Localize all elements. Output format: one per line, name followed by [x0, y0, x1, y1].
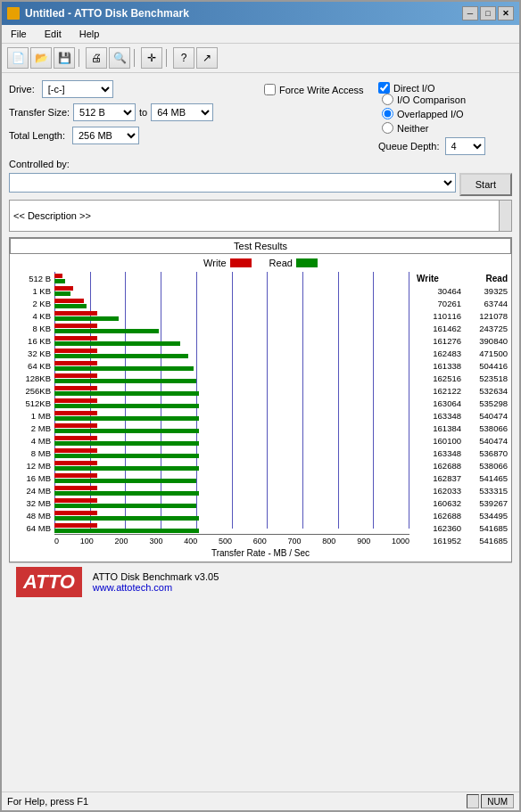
value-row: 161276390840 [409, 334, 508, 347]
description-text: << Description >> [13, 210, 91, 221]
menu-file[interactable]: File [5, 27, 32, 41]
write-bar [54, 436, 97, 440]
read-value: 532634 [463, 386, 508, 396]
length-label: Total Length: [9, 130, 65, 141]
bar-row [54, 284, 409, 297]
value-row: 163348536870 [409, 447, 508, 459]
row-label: 24 MB [13, 484, 54, 496]
maximize-button[interactable]: □ [480, 6, 496, 21]
transfer-from-select[interactable]: 512 B [73, 103, 136, 121]
read-value: 523518 [463, 373, 508, 383]
write-value: 162688 [417, 461, 461, 471]
drive-label: Drive: [9, 84, 35, 94]
new-button[interactable]: 📄 [7, 47, 29, 69]
write-bar [54, 299, 84, 303]
help-button[interactable]: ? [173, 47, 194, 69]
write-bar [54, 373, 97, 378]
bar-row [54, 359, 409, 372]
write-value: 161384 [417, 423, 461, 433]
write-value: 160632 [417, 498, 461, 508]
read-bar [54, 329, 159, 333]
close-button[interactable]: ✕ [498, 6, 514, 21]
io-comparison-radio[interactable] [382, 94, 393, 105]
transfer-label: Transfer Size: [9, 107, 70, 118]
bar-row [54, 334, 409, 347]
force-write-checkbox[interactable] [264, 84, 276, 95]
row-label: 8 KB [13, 322, 54, 334]
left-config: Drive: [-c-] Transfer Size: 512 B to 64 … [9, 80, 257, 155]
drive-row: Drive: [-c-] [9, 80, 257, 98]
write-value: 162516 [417, 373, 461, 383]
length-select[interactable]: 256 MB [72, 127, 139, 144]
x-axis-label: 700 [288, 537, 302, 545]
menu-help[interactable]: Help [74, 27, 105, 41]
write-bar [54, 486, 97, 490]
write-bar [54, 398, 97, 403]
legend-row: Write Read [13, 258, 508, 268]
overlapped-io-radio[interactable] [382, 108, 393, 119]
write-value: 161338 [417, 361, 461, 371]
read-bar [54, 479, 196, 483]
read-value: 390840 [463, 336, 508, 346]
preview-button[interactable]: 🔍 [109, 47, 130, 69]
chart-bars-wrapper: 01002003004005006007008009001000 [54, 272, 409, 546]
x-axis-labels: 01002003004005006007008009001000 [54, 534, 409, 545]
num-indicator: NUM [481, 794, 514, 808]
value-row: 162516523518 [409, 372, 508, 384]
read-value: 533315 [463, 486, 508, 496]
read-bar [54, 279, 65, 283]
neither-radio[interactable] [382, 122, 393, 134]
read-col-header: Read [486, 274, 508, 283]
middle-config: Force Write Access [264, 80, 371, 155]
read-bar [54, 529, 199, 533]
save-button[interactable]: 💾 [54, 47, 75, 69]
write-value: 162837 [417, 473, 461, 483]
atto-info: ATTO Disk Benchmark v3.05 www.attotech.c… [93, 571, 219, 593]
read-value: 504416 [463, 361, 508, 371]
row-label: 64 KB [13, 359, 54, 372]
value-row: 162033533315 [409, 484, 508, 496]
value-row: 162688534495 [409, 509, 508, 521]
value-row: 160100540474 [409, 434, 508, 447]
direct-io-label: Direct I/O [393, 83, 434, 94]
write-bar [54, 461, 97, 465]
read-value: 541685 [463, 536, 508, 545]
crosshair-button[interactable]: ✛ [141, 47, 162, 69]
start-button[interactable]: Start [459, 173, 512, 196]
row-labels: 512 B1 KB2 KB4 KB8 KB16 KB32 KB64 KB128K… [13, 272, 54, 546]
write-value: 161952 [417, 536, 461, 545]
controlled-select[interactable] [9, 173, 456, 193]
queue-depth-select[interactable]: 4 [445, 137, 485, 155]
row-label: 256KB [13, 384, 54, 397]
write-bar [54, 523, 97, 528]
bar-row [54, 409, 409, 422]
atto-url[interactable]: www.attotech.com [93, 582, 219, 593]
value-row: 162122532634 [409, 384, 508, 397]
bar-row [54, 322, 409, 334]
transfer-to-select[interactable]: 64 MB [151, 103, 213, 121]
write-value: 162033 [417, 486, 461, 496]
x-axis-label: 500 [219, 537, 232, 545]
x-axis-label: 600 [253, 537, 267, 545]
menu-edit[interactable]: Edit [39, 27, 67, 41]
open-button[interactable]: 📂 [30, 47, 52, 69]
description-scrollbar[interactable] [499, 201, 511, 231]
write-bar [54, 349, 97, 353]
x-axis-label: 100 [80, 537, 94, 545]
row-label: 2 KB [13, 297, 54, 309]
write-value: 163348 [417, 448, 461, 458]
row-label: 512 B [13, 272, 54, 284]
io-radio-group: I/O Comparison Overlapped I/O Neither [382, 94, 512, 134]
help2-button[interactable]: ↗ [196, 47, 218, 69]
status-blank [467, 794, 479, 808]
drive-select[interactable]: [-c-] [42, 80, 113, 98]
row-label: 2 MB [13, 422, 54, 434]
direct-io-checkbox[interactable] [378, 82, 390, 94]
io-comparison-label: I/O Comparison [397, 94, 466, 105]
value-row: 161384538066 [409, 422, 508, 434]
print-button[interactable]: 🖨 [86, 47, 107, 69]
read-value: 63744 [463, 299, 508, 308]
transfer-size-row: Transfer Size: 512 B to 64 MB [9, 103, 257, 121]
minimize-button[interactable]: ─ [462, 6, 478, 21]
read-value: 541465 [463, 473, 508, 483]
